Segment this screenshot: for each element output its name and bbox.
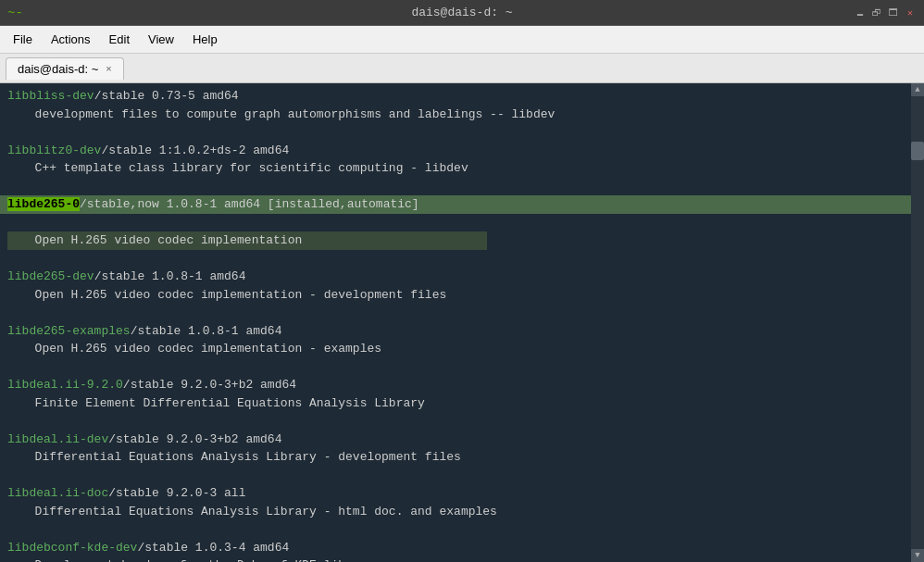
package-line: libdeal.ii-doc/stable 9.2.0-3 all [7, 484, 904, 503]
package-block: libde265-examples/stable 1.0.8-1 amd64 O… [7, 322, 904, 377]
package-name: libblitz0-dev [7, 144, 101, 157]
package-block: libde265-0/stable,now 1.0.8-1 amd64 [ins… [7, 195, 904, 268]
package-block: libdeal.ii-9.2.0/stable 9.2.0-3+b2 amd64… [7, 376, 904, 431]
package-name: libdeal.ii-dev [7, 432, 108, 446]
package-block: libbliss-dev/stable 0.73-5 amd64 develop… [7, 87, 904, 142]
package-version: /stable 1.0.8-1 amd64 [94, 269, 246, 283]
package-line: libdeal.ii-9.2.0/stable 9.2.0-3+b2 amd64 [7, 376, 904, 394]
maximize-button[interactable]: 🗖 [887, 6, 900, 19]
package-name: libde265-dev [7, 269, 94, 283]
terminal[interactable]: libbliss-dev/stable 0.73-5 amd64 develop… [0, 83, 911, 562]
package-desc: development files to compute graph autom… [7, 106, 904, 124]
package-block: libdeal.ii-doc/stable 9.2.0-3 all Differ… [7, 484, 904, 539]
package-version: /stable,now 1.0.8-1 amd64 [installed,aut… [80, 197, 419, 211]
scrollbar[interactable]: ▲ ▼ [911, 83, 924, 562]
menu-view[interactable]: View [139, 29, 183, 50]
scroll-up-button[interactable]: ▲ [911, 83, 924, 96]
package-version: /stable 1:1.0.2+ds-2 amd64 [101, 144, 289, 157]
terminal-wrapper: libbliss-dev/stable 0.73-5 amd64 develop… [0, 83, 924, 562]
package-version: /stable 9.2.0-3 all [108, 486, 245, 500]
tab-label: dais@dais-d: ~ [18, 62, 98, 76]
package-name: libdeal.ii-doc [7, 486, 108, 500]
package-name: libdebconf-kde-dev [7, 541, 137, 555]
close-button[interactable]: ✕ [904, 6, 917, 19]
tabbar: dais@dais-d: ~ × [0, 54, 924, 83]
window-buttons: 🗕 🗗 🗖 ✕ [854, 6, 917, 19]
package-version: /stable 9.2.0-3+b2 amd64 [123, 378, 296, 392]
package-desc: Development headers for the Debconf KDE … [7, 556, 904, 562]
scroll-track[interactable] [911, 96, 924, 549]
package-name: libdeal.ii-9.2.0 [7, 378, 123, 392]
package-name: libde265-0 [7, 197, 80, 211]
tab-close-button[interactable]: × [106, 63, 111, 74]
package-line: libdebconf-kde-dev/stable 1.0.3-4 amd64 [7, 539, 904, 557]
package-line: libblitz0-dev/stable 1:1.0.2+ds-2 amd64 [7, 142, 904, 160]
package-desc: Open H.265 video codec implementation [7, 231, 487, 250]
package-desc: Open H.265 video codec implementation - … [7, 286, 904, 305]
highlighted-package-line: libde265-0/stable,now 1.0.8-1 amd64 [ins… [0, 195, 911, 214]
titlebar-title: dais@dais-d: ~ [411, 6, 512, 19]
terminal-tab[interactable]: dais@dais-d: ~ × [6, 57, 124, 80]
package-desc: Differential Equations Analysis Library … [7, 448, 904, 467]
menu-help[interactable]: Help [183, 29, 227, 50]
package-version: /stable 1.0.8-1 amd64 [131, 324, 282, 338]
menu-edit[interactable]: Edit [100, 29, 139, 50]
package-line: libde265-dev/stable 1.0.8-1 amd64 [7, 268, 904, 286]
menu-file[interactable]: File [4, 29, 42, 50]
package-desc: Differential Equations Analysis Library … [7, 503, 904, 521]
menubar: File Actions Edit View Help [0, 26, 924, 54]
package-desc: Open H.265 video codec implementation - … [7, 340, 904, 358]
package-version: /stable 9.2.0-3+b2 amd64 [108, 432, 281, 446]
minimize-button[interactable]: 🗕 [854, 6, 867, 19]
package-line: libdeal.ii-dev/stable 9.2.0-3+b2 amd64 [7, 431, 904, 449]
package-version: /stable 1.0.3-4 amd64 [137, 541, 289, 555]
package-name: libbliss-dev [7, 89, 94, 103]
package-name: libde265-examples [7, 324, 131, 338]
package-block: libdeal.ii-dev/stable 9.2.0-3+b2 amd64 D… [7, 431, 904, 485]
scroll-down-button[interactable]: ▼ [911, 549, 924, 562]
package-line: libbliss-dev/stable 0.73-5 amd64 [7, 87, 904, 106]
package-desc: C++ template class library for scientifi… [7, 159, 904, 178]
package-version: /stable 0.73-5 amd64 [94, 89, 239, 103]
package-block: libblitz0-dev/stable 1:1.0.2+ds-2 amd64 … [7, 142, 904, 196]
menu-actions[interactable]: Actions [42, 29, 100, 50]
titlebar: ~- dais@dais-d: ~ 🗕 🗗 🗖 ✕ [0, 0, 924, 26]
package-desc: Finite Element Differential Equations An… [7, 394, 904, 413]
scroll-thumb[interactable] [911, 142, 924, 160]
package-block: libde265-dev/stable 1.0.8-1 amd64 Open H… [7, 268, 904, 322]
restore-button[interactable]: 🗗 [870, 6, 883, 19]
terminal-icon: ~- [7, 6, 23, 20]
titlebar-controls: ~- [7, 6, 23, 20]
package-line: libde265-examples/stable 1.0.8-1 amd64 [7, 322, 904, 341]
package-block: libdebconf-kde-dev/stable 1.0.3-4 amd64 … [7, 539, 904, 563]
